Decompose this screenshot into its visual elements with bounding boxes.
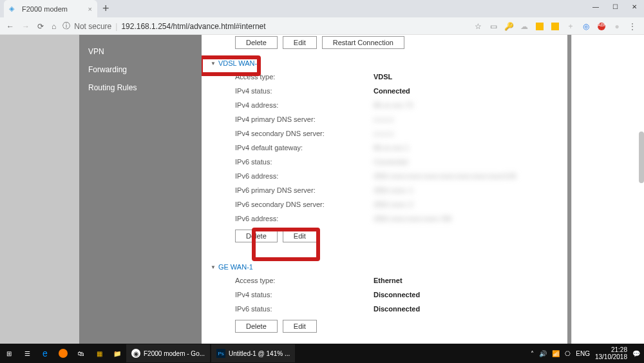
star-icon[interactable]: ☆ (473, 21, 483, 32)
ge-edit-button[interactable]: Edit (283, 320, 317, 333)
taskbar-chrome-label: F2000 modem - Go... (144, 350, 205, 357)
field-label: IPv4 address: (235, 101, 374, 109)
field-row: Access type:VDSL (235, 70, 548, 84)
top-delete-button[interactable]: Delete (235, 36, 278, 49)
field-row: IPv4 primary DNS server:x.x.x.x (235, 112, 548, 126)
field-label: IPv4 secondary DNS server: (235, 130, 374, 137)
task-view-button[interactable]: ☰ (18, 344, 36, 362)
field-row: IPv6 primary DNS server:2001:xxxx::1 (235, 183, 548, 197)
extension-icon-5[interactable]: + (565, 21, 576, 32)
field-label: IPv6 status: (235, 305, 374, 313)
sidebar-item-forwarding[interactable]: Forwarding (79, 61, 202, 79)
taskbar-ps-label: Untitled-1 @ 141% ... (229, 350, 290, 357)
ge-section-header[interactable]: ▼ GE WAN-1 (209, 260, 548, 273)
page-body: VPN Forwarding Routing Rules Delete Edit… (0, 35, 644, 344)
menu-icon[interactable]: ⋮ (627, 21, 638, 32)
ge-header-label: GE WAN-1 (218, 263, 253, 271)
photoshop-icon: Ps (216, 349, 225, 358)
content: Delete Edit Restart Connection ▼ VDSL WA… (202, 35, 567, 344)
field-label: IPv6 secondary DNS server: (235, 201, 374, 208)
taskbar-edge-icon[interactable]: e (36, 344, 54, 362)
taskbar: ⊞ ☰ e 🛍 ▦ 📁 ◉ F2000 modem - Go... Ps Unt… (0, 344, 644, 363)
extension-icon-3[interactable] (535, 21, 545, 32)
sidebar: VPN Forwarding Routing Rules (79, 35, 202, 344)
reload-button[interactable]: ⟳ (37, 22, 44, 31)
back-button[interactable]: ← (6, 22, 14, 31)
field-label: IPv4 default gateway: (235, 144, 374, 152)
field-row: IPv4 status:Connected (235, 84, 548, 98)
field-row: IPv6 status:Connected (235, 155, 548, 169)
field-value: 2001:xxxx::2 (374, 201, 413, 208)
address-bar: ← → ⟳ ⌂ ⓘ Not secure | 192.168.1.254/htm… (0, 17, 644, 35)
vdsl-section-header[interactable]: ▼ VDSL WAN-1 (209, 57, 548, 70)
field-value: 2001:xxxx::1 (374, 186, 413, 194)
taskbar-app-icon[interactable]: ▦ (90, 344, 108, 362)
new-tab-button[interactable]: + (97, 2, 115, 15)
chrome-icon: ◉ (131, 349, 140, 358)
start-button[interactable]: ⊞ (0, 344, 18, 362)
ge-delete-button[interactable]: Delete (235, 320, 278, 333)
tab-bar: ◈ F2000 modem × + — ☐ ✕ (0, 0, 644, 17)
sidebar-item-vpn[interactable]: VPN (79, 43, 202, 61)
sidebar-item-routing[interactable]: Routing Rules (79, 79, 202, 97)
forward-button[interactable]: → (22, 22, 30, 31)
extension-icon-6[interactable]: ◎ (581, 21, 591, 32)
info-icon[interactable]: ⓘ (62, 21, 70, 32)
profile-icon[interactable]: ● (612, 21, 622, 32)
home-button[interactable]: ⌂ (52, 22, 56, 31)
window-maximize-button[interactable]: ☐ (605, 0, 625, 13)
field-row: IPv6 address:2001:xxxx:xxxx:xxxx:xxxx:xx… (235, 169, 548, 183)
vdsl-delete-button[interactable]: Delete (235, 230, 278, 242)
field-value: Disconnected (374, 291, 420, 299)
page-margin-left (0, 35, 79, 344)
field-row: IPv6 address:2001:xxxx:xxxx:xxxx::/56 (235, 211, 548, 226)
page-margin-right (571, 35, 644, 344)
taskbar-chrome-window[interactable]: ◉ F2000 modem - Go... (126, 344, 210, 362)
tray-notifications-icon[interactable]: 💬 (632, 350, 640, 357)
caret-down-icon: ▼ (211, 264, 216, 270)
field-label: IPv4 status: (235, 87, 374, 95)
tray-time: 21:28 (595, 346, 627, 353)
window-close-button[interactable]: ✕ (625, 0, 644, 13)
tray-network-icon[interactable]: 📶 (552, 350, 560, 357)
field-value: x.x.x.x (374, 115, 393, 123)
extension-icon-4[interactable] (550, 21, 560, 32)
tab-favicon: ◈ (9, 5, 18, 14)
field-row: Access type:Ethernet (235, 273, 548, 288)
field-label: Access type: (235, 73, 374, 81)
top-edit-button[interactable]: Edit (283, 36, 317, 49)
taskbar-explorer-icon[interactable]: 📁 (108, 344, 126, 362)
vdsl-edit-button[interactable]: Edit (283, 230, 317, 242)
field-value: Connected (374, 158, 408, 166)
field-value: VDSL (374, 73, 392, 81)
url-text[interactable]: 192.168.1.254/html/advance.html#internet (121, 22, 265, 31)
field-row: IPv4 default gateway:86.xx.xxx.1 (235, 141, 548, 155)
security-text: Not secure (74, 22, 111, 31)
extension-icon-1[interactable]: 🔑 (504, 21, 514, 32)
field-value: Disconnected (374, 305, 420, 313)
field-value: Connected (374, 87, 410, 95)
taskbar-photoshop-window[interactable]: Ps Untitled-1 @ 141% ... (211, 344, 295, 362)
window-minimize-button[interactable]: — (586, 0, 605, 13)
tray-chevron-icon[interactable]: ˄ (531, 350, 534, 357)
tab-title: F2000 modem (22, 5, 84, 13)
field-value: 86.xx.xxx.73 (374, 101, 413, 109)
field-label: IPv6 primary DNS server: (235, 186, 374, 194)
field-label: IPv6 address: (235, 172, 374, 180)
tray-dropbox-icon[interactable]: ⎔ (565, 350, 571, 357)
taskbar-firefox-icon[interactable] (54, 344, 72, 362)
extension-icon-2[interactable]: ☁ (519, 21, 529, 32)
tray-lang[interactable]: ENG (576, 350, 590, 357)
browser-tab[interactable]: ◈ F2000 modem × (4, 0, 97, 17)
restart-connection-button[interactable]: Restart Connection (322, 36, 404, 49)
tab-close-icon[interactable]: × (88, 5, 92, 13)
tray-volume-icon[interactable]: 🔊 (539, 350, 547, 357)
caret-down-icon: ▼ (211, 61, 216, 66)
cast-icon[interactable]: ▭ (488, 21, 498, 32)
field-value: x.x.x.x (374, 130, 393, 137)
adblock-icon[interactable]: ABP (596, 21, 607, 32)
tray-date: 13/10/2018 (595, 353, 627, 360)
taskbar-store-icon[interactable]: 🛍 (72, 344, 90, 362)
field-value: 2001:xxxx:xxxx:xxxx:xxxx:xxxx:xxxx:xxxx/… (374, 172, 516, 180)
tray-clock[interactable]: 21:28 13/10/2018 (595, 346, 627, 360)
